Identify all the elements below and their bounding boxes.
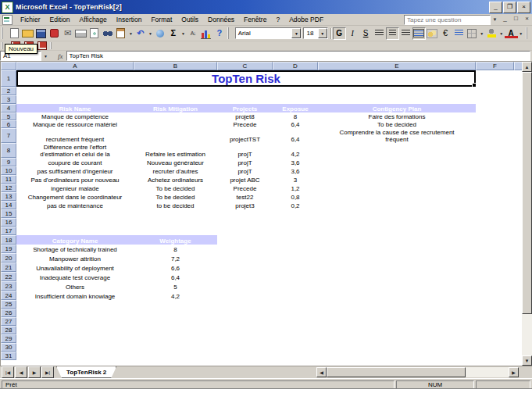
cell-A6[interactable]: Manque de ressource matériel bbox=[16, 120, 134, 128]
hyperlink-icon[interactable] bbox=[153, 27, 166, 40]
cell-B2[interactable] bbox=[134, 87, 217, 95]
cell-C22[interactable] bbox=[217, 272, 273, 281]
cell-A10[interactable]: pas suffisament d'ingenieur bbox=[16, 166, 134, 175]
row-header-17[interactable]: 17 bbox=[1, 227, 16, 235]
scroll-up-icon[interactable]: ▲ bbox=[522, 62, 532, 72]
cell-F11[interactable] bbox=[476, 175, 514, 184]
menu-fen-tre[interactable]: Fenêtre bbox=[239, 15, 271, 24]
align-left-icon[interactable] bbox=[373, 27, 386, 40]
cell-E14[interactable] bbox=[318, 201, 476, 209]
cell-F7[interactable] bbox=[476, 128, 514, 143]
cell-C19[interactable] bbox=[217, 245, 273, 253]
cell-B29[interactable] bbox=[134, 334, 217, 343]
cell-D18[interactable] bbox=[273, 235, 318, 245]
scroll-right-icon[interactable]: ▶ bbox=[509, 367, 519, 377]
toolbar-grip-2[interactable] bbox=[227, 27, 232, 39]
row-header-1[interactable]: 1 bbox=[1, 70, 16, 87]
cell-A19[interactable]: Shortage of technically trained bbox=[16, 245, 134, 253]
cell-D20[interactable] bbox=[273, 253, 318, 262]
column-header-A[interactable]: A bbox=[16, 62, 134, 70]
row-header-29[interactable]: 29 bbox=[1, 334, 16, 343]
cell-C29[interactable] bbox=[217, 334, 273, 343]
cell-B31[interactable] bbox=[134, 352, 217, 360]
cell-D22[interactable] bbox=[273, 272, 318, 281]
row-header-7[interactable]: 7 bbox=[1, 128, 16, 143]
cell-D8[interactable]: 4,2 bbox=[273, 143, 318, 158]
align-right-icon[interactable] bbox=[399, 27, 412, 40]
column-header-D[interactable]: D bbox=[273, 62, 318, 70]
cell-B9[interactable]: Nouveau générateur bbox=[134, 158, 217, 166]
row-header-21[interactable]: 21 bbox=[1, 262, 16, 272]
cell-F22[interactable] bbox=[476, 272, 514, 281]
cell-C24[interactable] bbox=[217, 291, 273, 300]
autosum-dropdown-icon[interactable]: ▼ bbox=[180, 27, 186, 40]
cell-D7[interactable]: 6,4 bbox=[273, 128, 318, 143]
cell-F12[interactable] bbox=[476, 184, 514, 192]
cell-F30[interactable] bbox=[476, 343, 514, 352]
cell-D15[interactable] bbox=[273, 209, 318, 218]
fill-color-icon[interactable] bbox=[485, 27, 498, 40]
doc-close-button[interactable]: × bbox=[522, 15, 532, 24]
menu-?[interactable]: ? bbox=[271, 15, 284, 24]
cell-B27[interactable] bbox=[134, 317, 217, 326]
column-header-C[interactable]: C bbox=[217, 62, 273, 70]
cell-F19[interactable] bbox=[476, 245, 514, 253]
permission-icon[interactable] bbox=[48, 27, 61, 40]
mail-icon[interactable]: ✉ bbox=[61, 27, 74, 40]
cell-E6[interactable]: To be decided bbox=[318, 120, 476, 128]
new-document-icon[interactable] bbox=[8, 27, 21, 40]
cell-C25[interactable] bbox=[217, 300, 273, 309]
merge-center-icon[interactable] bbox=[412, 27, 426, 40]
cell-A15[interactable] bbox=[16, 209, 134, 218]
cell-A9[interactable]: coupure de courant bbox=[16, 158, 134, 166]
align-center-icon[interactable] bbox=[386, 27, 399, 40]
cell-E30[interactable] bbox=[318, 343, 476, 352]
last-sheet-icon[interactable]: ▶| bbox=[41, 366, 54, 378]
cell-A23[interactable]: Others bbox=[16, 281, 134, 291]
cell-D13[interactable]: 0,8 bbox=[273, 192, 318, 201]
undo-icon[interactable]: ↶ bbox=[134, 27, 147, 40]
row-header-31[interactable]: 31 bbox=[1, 352, 16, 360]
cell-C18[interactable] bbox=[217, 235, 273, 245]
cell-B14[interactable]: to be decided bbox=[134, 201, 217, 209]
cell-B3[interactable] bbox=[134, 95, 217, 104]
cell-B24[interactable]: 4,2 bbox=[134, 291, 217, 300]
cell-F3[interactable] bbox=[476, 95, 514, 104]
underline-icon[interactable]: S bbox=[359, 27, 373, 40]
cell-D27[interactable] bbox=[273, 317, 318, 326]
cell-B25[interactable] bbox=[134, 300, 217, 309]
cell-F21[interactable] bbox=[476, 262, 514, 272]
cell-C9[interactable]: projT bbox=[217, 158, 273, 166]
row-header-23[interactable]: 23 bbox=[1, 281, 16, 291]
minimize-button[interactable]: _ bbox=[489, 2, 502, 13]
cell-A21[interactable]: Unavailability of deployment bbox=[16, 262, 134, 272]
cell-E29[interactable] bbox=[318, 334, 476, 343]
title-merged-cell[interactable]: TopTen Risk bbox=[16, 70, 476, 87]
question-input[interactable]: Tapez une question bbox=[404, 15, 491, 25]
cell-A8[interactable]: Différence entre l'effort d'estimation e… bbox=[16, 143, 134, 158]
cell-A30[interactable] bbox=[16, 343, 134, 352]
cell-F15[interactable] bbox=[476, 209, 514, 218]
cell-C12[interactable]: Precede bbox=[217, 184, 273, 192]
cell-E28[interactable] bbox=[318, 326, 476, 334]
font-name-dropdown-icon[interactable]: ▼ bbox=[291, 28, 301, 38]
row-header-30[interactable]: 30 bbox=[1, 343, 16, 352]
cell-B20[interactable]: 7,2 bbox=[134, 253, 217, 262]
horizontal-scrollbar[interactable]: ◀ ▶ bbox=[316, 367, 519, 377]
menu-affichage[interactable]: Affichage bbox=[75, 15, 112, 24]
cell-B22[interactable]: 6,4 bbox=[134, 272, 217, 281]
cell-E15[interactable] bbox=[318, 209, 476, 218]
cell-B23[interactable]: 5 bbox=[134, 281, 217, 291]
cell-E31[interactable] bbox=[318, 352, 476, 360]
cell-B18[interactable]: Weightage bbox=[134, 235, 217, 245]
row-header-13[interactable]: 13 bbox=[1, 192, 16, 201]
cell-A27[interactable] bbox=[16, 317, 134, 326]
cell-E24[interactable] bbox=[318, 291, 476, 300]
cell-E17[interactable] bbox=[318, 227, 476, 235]
cell-E27[interactable] bbox=[318, 317, 476, 326]
cell-E13[interactable] bbox=[318, 192, 476, 201]
cell-D30[interactable] bbox=[273, 343, 318, 352]
italic-icon[interactable]: I bbox=[346, 27, 359, 40]
cell-C23[interactable] bbox=[217, 281, 273, 291]
row-header-22[interactable]: 22 bbox=[1, 272, 16, 281]
